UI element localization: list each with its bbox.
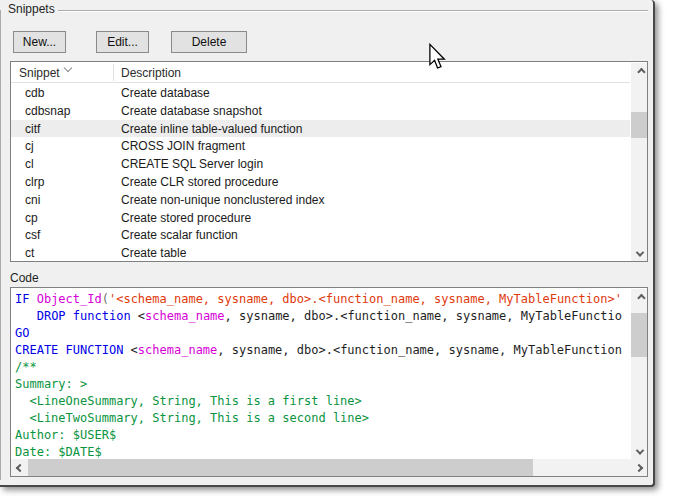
code-line: <LineTwoSummary, String, This is a secon… — [15, 410, 630, 427]
code-line: Date: $DATE$ — [15, 444, 630, 459]
snippet-description: Create stored procedure — [121, 211, 251, 225]
chevron-up-icon — [637, 293, 645, 301]
snippet-row[interactable]: citfCreate inline table-valued function — [11, 120, 630, 138]
column-header-description[interactable]: Description — [121, 66, 181, 80]
code-label: Code — [10, 271, 39, 285]
code-line: /** — [15, 359, 630, 376]
code-line: DROP function <schema_name, sysname, dbo… — [15, 308, 630, 325]
scroll-right-button[interactable] — [630, 459, 647, 476]
list-vscrollbar[interactable] — [631, 63, 648, 262]
snippet-list: Snippet Description cdbCreate databasecd… — [10, 61, 648, 262]
snippet-row[interactable]: cdbCreate database — [11, 84, 630, 102]
snippet-name: cni — [25, 193, 40, 207]
snippet-description: Create non-unique nonclustered index — [121, 193, 324, 207]
snippet-description: Create table — [121, 246, 186, 260]
snippet-description: CREATE SQL Server login — [121, 157, 263, 171]
snippet-row[interactable]: csfCreate scalar function — [11, 226, 630, 244]
code-line: IF Object_Id('<schema_name, sysname, dbo… — [15, 291, 630, 308]
code-line: Author: $USER$ — [15, 427, 630, 444]
code-scrollbar-thumb[interactable] — [631, 313, 648, 357]
sort-ascending-icon — [64, 64, 72, 72]
group-box-border-left — [0, 10, 1, 480]
scroll-down-button[interactable] — [631, 443, 648, 460]
code-line: GO — [15, 325, 630, 342]
chevron-down-icon — [635, 446, 643, 454]
snippet-name: ct — [25, 246, 34, 260]
snippet-description: Create inline table-valued function — [121, 122, 302, 136]
scroll-up-button[interactable] — [631, 63, 648, 80]
chevron-down-icon — [635, 248, 643, 256]
snippet-description: CROSS JOIN fragment — [121, 139, 245, 153]
snippet-name: cdb — [25, 86, 44, 100]
snippet-row[interactable]: clCREATE SQL Server login — [11, 155, 630, 173]
scroll-down-button[interactable] — [631, 245, 648, 262]
code-line: Summary: > — [15, 376, 630, 393]
snippet-name: cp — [25, 211, 38, 225]
snippet-rows: cdbCreate databasecdbsnapCreate database… — [11, 84, 630, 261]
scroll-up-button[interactable] — [631, 289, 648, 306]
snippet-name: cj — [25, 139, 34, 153]
chevron-up-icon — [637, 67, 645, 75]
snippets-group-label: Snippets — [8, 2, 55, 16]
code-line: CREATE FUNCTION <schema_name, sysname, d… — [15, 342, 630, 359]
snippet-row[interactable]: ctCreate table — [11, 244, 630, 261]
code-vscrollbar[interactable] — [631, 289, 648, 460]
delete-button[interactable]: Delete — [171, 31, 247, 53]
snippet-row[interactable]: cdbsnapCreate database snapshot — [11, 102, 630, 120]
code-hscrollbar-thumb[interactable] — [28, 459, 533, 476]
snippet-name: cdbsnap — [25, 104, 70, 118]
snippet-name: citf — [25, 122, 40, 136]
list-header: Snippet Description — [11, 62, 630, 83]
snippet-description: Create CLR stored procedure — [121, 175, 278, 189]
chevron-left-icon — [15, 463, 23, 471]
snippet-description: Create scalar function — [121, 228, 238, 242]
snippet-row[interactable]: cjCROSS JOIN fragment — [11, 137, 630, 155]
snippets-dialog: Snippets New... Edit... Delete Snippet D… — [0, 0, 655, 487]
snippet-row[interactable]: cniCreate non-unique nonclustered index — [11, 191, 630, 209]
new-button[interactable]: New... — [13, 31, 66, 53]
scroll-left-button[interactable] — [11, 459, 28, 476]
snippet-description: Create database — [121, 86, 210, 100]
chevron-right-icon — [634, 463, 642, 471]
column-divider[interactable] — [113, 64, 114, 81]
code-line: <LineOneSummary, String, This is a first… — [15, 393, 630, 410]
code-editor[interactable]: IF Object_Id('<schema_name, sysname, dbo… — [11, 288, 630, 459]
snippet-name: clrp — [25, 175, 44, 189]
snippet-name: cl — [25, 157, 34, 171]
snippet-row[interactable]: clrpCreate CLR stored procedure — [11, 173, 630, 191]
code-box: IF Object_Id('<schema_name, sysname, dbo… — [10, 287, 648, 477]
group-box-border — [58, 10, 648, 11]
edit-button[interactable]: Edit... — [96, 31, 149, 53]
list-scrollbar-thumb[interactable] — [631, 112, 648, 138]
code-hscrollbar[interactable] — [11, 459, 647, 476]
column-header-snippet[interactable]: Snippet — [19, 66, 60, 80]
snippet-row[interactable]: cpCreate stored procedure — [11, 209, 630, 227]
snippet-name: csf — [25, 228, 40, 242]
snippet-description: Create database snapshot — [121, 104, 262, 118]
